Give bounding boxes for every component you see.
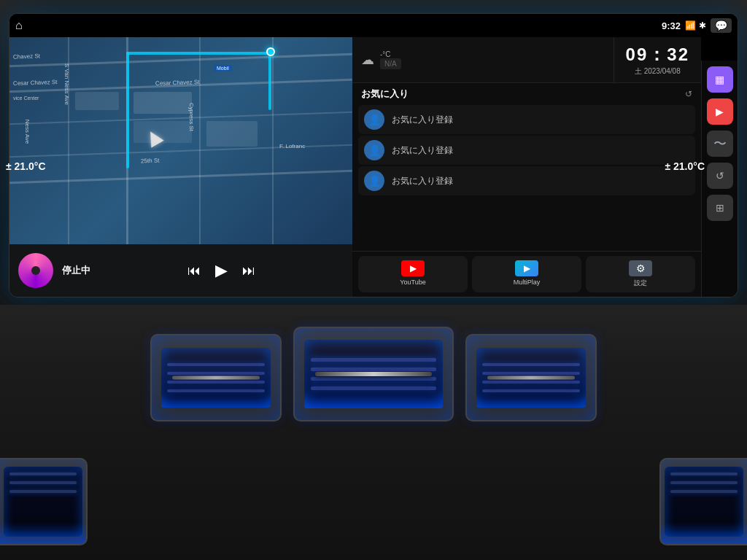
temp-right: ± 21.0°C xyxy=(665,160,705,172)
main-content: Chavez St Cesar Chavez St Cesar Chavez S… xyxy=(9,37,738,297)
right-panel: ☁ -°C N/A 09：32 土 2023/04/08 お気に入り ↺ xyxy=(352,37,701,297)
home-icon[interactable]: ⌂ xyxy=(15,19,23,32)
weather-na: N/A xyxy=(380,58,401,69)
music-controls: ⏮ ▶ ⏭ xyxy=(99,261,344,280)
favorites-header: お気に入り ↺ xyxy=(358,88,695,101)
settings-icon: ⚙ xyxy=(629,260,652,276)
fav-avatar-3: 👤 xyxy=(364,171,384,191)
prev-button[interactable]: ⏮ xyxy=(187,263,201,279)
road-v4 xyxy=(272,37,274,244)
map-canvas: Chavez St Cesar Chavez St Cesar Chavez S… xyxy=(9,37,352,244)
music-status: 停止中 xyxy=(62,264,90,277)
favorites-refresh-icon[interactable]: ↺ xyxy=(685,89,692,99)
vent-center xyxy=(293,327,454,421)
youtube-app-btn[interactable]: ▶ YouTube xyxy=(358,256,468,292)
route-segment2 xyxy=(126,52,272,55)
next-button[interactable]: ⏭ xyxy=(242,263,255,279)
grid-icon[interactable]: ⊞ xyxy=(707,195,733,221)
road-v3 xyxy=(199,37,201,244)
fav-item-3[interactable]: 👤 お気に入り登録 xyxy=(358,166,695,195)
street-label-7: S Van Ness Ave xyxy=(63,63,70,105)
vent-partial-right xyxy=(659,458,747,545)
purple-app-icon[interactable]: ▦ xyxy=(707,66,733,93)
fav-label-3: お気に入り登録 xyxy=(392,175,453,187)
big-time: 09：32 xyxy=(626,43,689,66)
vent-inner-c xyxy=(304,340,443,409)
road-h5 xyxy=(9,170,352,184)
fav-item-2[interactable]: 👤 お気に入り登録 xyxy=(358,136,695,165)
red-app-icon[interactable]: ▶ xyxy=(707,98,733,125)
weather-widget: ☁ -°C N/A xyxy=(352,37,614,82)
wave-icon[interactable]: 〜 xyxy=(707,131,733,157)
temp-left: ± 21.0°C xyxy=(6,160,46,172)
poi-mobil: Mobil xyxy=(214,65,232,71)
youtube-label: YouTube xyxy=(400,279,425,286)
status-icons: 📶 ✱ xyxy=(685,20,706,31)
route-segment1 xyxy=(126,52,129,168)
time-widget: 09：32 土 2023/04/08 xyxy=(614,37,701,82)
music-bar: 停止中 ⏮ ▶ ⏭ xyxy=(9,244,352,297)
multiplay-app-btn[interactable]: ▶ MultiPlay xyxy=(472,256,581,292)
undo-side-icon[interactable]: ↺ xyxy=(707,163,733,189)
weather-time-row: ☁ -°C N/A 09：32 土 2023/04/08 xyxy=(352,37,701,83)
multiplay-icon: ▶ xyxy=(515,260,538,276)
temp-unit: -°C xyxy=(380,50,401,58)
favorites-title: お気に入り xyxy=(361,88,409,101)
wifi-icon: 📶 xyxy=(685,20,696,31)
top-bar: ⌂ 9:32 📶 ✱ 💬 xyxy=(9,14,738,37)
bluetooth-icon: ✱ xyxy=(699,20,706,31)
street-label-8: Ness Ave xyxy=(24,120,31,144)
street-label-6: 25th St xyxy=(141,158,160,165)
building-1 xyxy=(75,92,119,110)
vent-inner-cr xyxy=(476,348,586,407)
side-icons-column: ▦ ▶ 〜 ↺ ⊞ xyxy=(701,61,738,297)
settings-app-btn[interactable]: ⚙ 設定 xyxy=(586,256,695,292)
building-2 xyxy=(133,92,192,114)
music-artwork xyxy=(18,253,53,288)
favorites-section: お気に入り ↺ 👤 お気に入り登録 👤 お気に入り登録 👤 お気に入り登録 xyxy=(352,83,701,251)
infotainment-screen: ⌂ 9:32 📶 ✱ 💬 xyxy=(9,13,738,298)
bottom-apps: ▶ YouTube ▶ MultiPlay ⚙ 設定 xyxy=(352,251,701,297)
street-label-5: F. Lofranc xyxy=(279,143,305,149)
play-button[interactable]: ▶ xyxy=(215,261,228,280)
message-icon[interactable]: 💬 xyxy=(711,18,732,33)
fav-label-2: お気に入り登録 xyxy=(392,144,453,157)
top-time: 9:32 xyxy=(662,20,681,31)
multiplay-label: MultiPlay xyxy=(514,279,541,286)
fav-avatar-1: 👤 xyxy=(364,109,384,130)
building-3 xyxy=(133,121,192,143)
route-end xyxy=(266,47,275,56)
top-bar-left: ⌂ xyxy=(15,19,23,32)
cloud-icon: ☁ xyxy=(361,52,374,68)
fav-item-1[interactable]: 👤 お気に入り登録 xyxy=(358,105,695,134)
service-center-label: vice Center xyxy=(13,96,39,101)
street-label-2: Cesar Chavez St xyxy=(13,79,58,87)
date-display: 土 2023/04/08 xyxy=(635,66,681,77)
fav-label-1: お気に入り登録 xyxy=(392,114,453,126)
vents-section xyxy=(0,305,747,560)
vent-inner-cl xyxy=(161,348,271,407)
vent-center-right xyxy=(465,334,597,421)
street-label-1: Chavez St xyxy=(13,52,40,60)
road-h1 xyxy=(9,53,352,67)
settings-label: 設定 xyxy=(634,279,647,288)
vent-center-left xyxy=(150,334,282,421)
map-section[interactable]: Chavez St Cesar Chavez St Cesar Chavez S… xyxy=(9,37,352,297)
fav-avatar-2: 👤 xyxy=(364,140,384,160)
building-4 xyxy=(206,121,258,147)
vent-partial-left xyxy=(0,458,88,545)
top-bar-right: 9:32 📶 ✱ 💬 xyxy=(662,18,732,33)
route-segment3 xyxy=(268,52,271,110)
youtube-icon: ▶ xyxy=(401,260,425,276)
